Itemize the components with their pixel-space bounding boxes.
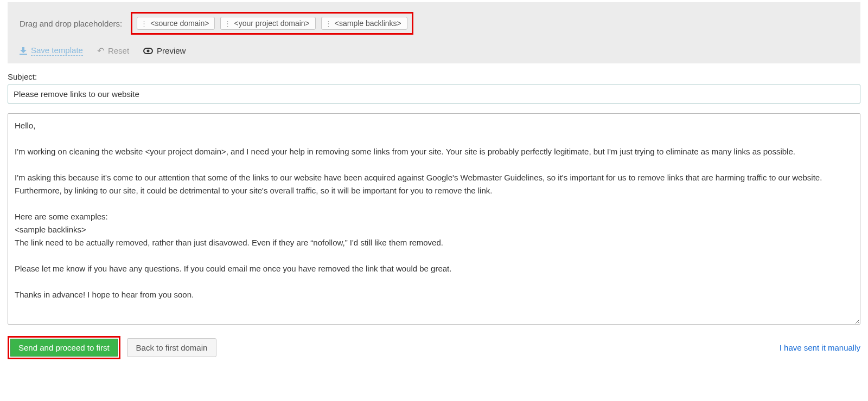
preview-button[interactable]: Preview (143, 46, 186, 55)
send-button-highlight: Send and proceed to first (8, 336, 120, 359)
form-area: Subject: (0, 63, 868, 326)
placeholder-row: Drag and drop placeholders: ⋮ <source do… (20, 12, 848, 35)
reset-label: Reset (108, 46, 129, 55)
subject-label: Subject: (8, 72, 860, 81)
preview-label: Preview (157, 46, 186, 55)
save-template-label: Save template (31, 46, 83, 56)
chip-label: <sample backlinks> (335, 19, 401, 28)
eye-icon (143, 48, 153, 54)
back-first-button[interactable]: Back to first domain (127, 338, 217, 357)
placeholder-chip-sample-backlinks[interactable]: ⋮ <sample backlinks> (321, 17, 407, 30)
grip-icon: ⋮ (141, 20, 147, 27)
reset-button[interactable]: ↶ Reset (97, 46, 129, 55)
undo-icon: ↶ (97, 47, 104, 55)
chip-label: <your project domain> (234, 19, 309, 28)
grip-icon: ⋮ (325, 20, 331, 27)
chip-label: <source domain> (150, 19, 209, 28)
save-template-button[interactable]: Save template (20, 46, 83, 56)
download-icon (20, 47, 27, 55)
placeholder-highlight: ⋮ <source domain> ⋮ <your project domain… (131, 12, 413, 35)
send-proceed-button[interactable]: Send and proceed to first (10, 339, 118, 357)
placeholder-label: Drag and drop placeholders: (20, 19, 122, 28)
placeholder-chip-project-domain[interactable]: ⋮ <your project domain> (220, 17, 315, 30)
bottom-row: Send and proceed to first Back to first … (0, 326, 868, 364)
sent-manually-link[interactable]: I have sent it manually (780, 343, 860, 352)
placeholder-chip-source-domain[interactable]: ⋮ <source domain> (137, 17, 215, 30)
body-textarea[interactable] (8, 113, 860, 325)
actions-row: Save template ↶ Reset Preview (20, 46, 848, 56)
subject-input[interactable] (8, 85, 860, 104)
toolbar: Drag and drop placeholders: ⋮ <source do… (8, 2, 860, 63)
grip-icon: ⋮ (224, 20, 231, 27)
